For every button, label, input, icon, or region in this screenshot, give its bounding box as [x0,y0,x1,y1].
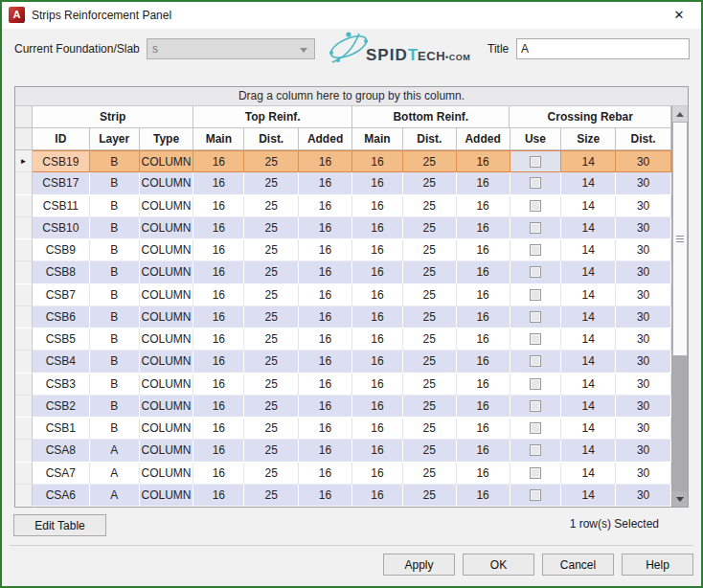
cell-bottom-main[interactable]: 16 [352,306,403,328]
cell-use-checked[interactable] [510,306,562,328]
cell-bottom-main[interactable]: 16 [352,172,403,194]
cell-id[interactable]: CSB10 [33,217,90,239]
title-input[interactable] [516,38,690,59]
row-gutter[interactable] [15,396,33,418]
cell-dist[interactable]: 30 [616,306,671,328]
table-row[interactable]: CSB1BCOLUMN1625161625161430 [15,418,671,440]
table-row[interactable]: CSB17BCOLUMN1625161625161430 [15,172,671,194]
row-gutter[interactable] [15,440,33,462]
cell-top-main[interactable]: 16 [193,351,244,373]
cell-type[interactable]: COLUMN [140,195,194,217]
cell-bottom-added[interactable]: 16 [457,195,510,217]
use-checkbox[interactable] [530,222,541,234]
cell-layer[interactable]: B [90,195,140,217]
cell-size[interactable]: 14 [561,485,616,507]
row-gutter[interactable] [15,284,33,306]
cell-bottom-dist[interactable]: 25 [403,418,457,440]
cell-dist[interactable]: 30 [616,150,671,172]
cell-dist[interactable]: 30 [616,485,671,507]
use-checkbox[interactable] [530,156,541,168]
cell-top-added[interactable]: 16 [299,239,352,261]
cell-dist[interactable]: 30 [616,195,671,217]
cell-size[interactable]: 14 [561,261,616,283]
cell-bottom-added[interactable]: 16 [457,328,510,351]
cell-top-added[interactable]: 16 [299,418,352,440]
cell-top-main[interactable]: 16 [193,239,244,261]
cell-bottom-dist[interactable]: 25 [403,351,457,373]
group-header-crossing-rebar[interactable]: Crossing Rebar [510,106,671,128]
table-row[interactable]: CSB9BCOLUMN1625161625161430 [15,239,671,261]
cell-size[interactable]: 14 [561,373,616,396]
cell-use-checked[interactable] [510,418,562,440]
column-header-bottom-main[interactable]: Main [352,128,403,150]
row-gutter[interactable]: ► [15,150,33,172]
column-header-dist[interactable]: Dist. [616,128,671,150]
cell-bottom-dist[interactable]: 25 [403,172,457,194]
cell-use-checked[interactable] [510,485,562,507]
cell-dist[interactable]: 30 [616,440,671,462]
cell-bottom-dist[interactable]: 25 [403,328,457,351]
cell-size[interactable]: 14 [561,351,616,373]
cell-type[interactable]: COLUMN [140,440,194,462]
column-header-type[interactable]: Type [140,128,194,150]
cell-top-added[interactable]: 16 [299,373,352,396]
table-row[interactable]: CSB8BCOLUMN1625161625161430 [15,261,671,283]
cell-top-main[interactable]: 16 [193,463,244,485]
cell-layer[interactable]: B [90,328,140,351]
cell-top-main[interactable]: 16 [193,195,244,217]
cell-bottom-added[interactable]: 16 [457,485,510,507]
cell-bottom-main[interactable]: 16 [352,328,403,351]
cell-size[interactable]: 14 [561,328,616,351]
cell-use-checked[interactable] [510,195,562,217]
cell-use-checked[interactable] [510,150,562,172]
use-checkbox[interactable] [530,489,541,501]
cell-size[interactable]: 14 [561,306,616,328]
cell-layer[interactable]: B [90,150,140,172]
cell-top-main[interactable]: 16 [193,217,244,239]
cell-type[interactable]: COLUMN [140,351,194,373]
cell-top-added[interactable]: 16 [299,306,352,328]
cell-bottom-main[interactable]: 16 [352,150,403,172]
cell-type[interactable]: COLUMN [140,150,194,172]
cell-id[interactable]: CSB17 [33,172,90,194]
cell-top-dist[interactable]: 25 [244,418,299,440]
cell-bottom-dist[interactable]: 25 [403,463,457,485]
cancel-button[interactable]: Cancel [542,554,614,576]
cell-layer[interactable]: B [90,217,140,239]
cell-layer[interactable]: B [90,172,140,194]
cell-id[interactable]: CSB1 [33,418,90,440]
cell-bottom-dist[interactable]: 25 [403,396,457,418]
cell-bottom-added[interactable]: 16 [457,351,510,373]
cell-id[interactable]: CSB7 [33,284,90,306]
cell-bottom-main[interactable]: 16 [352,373,403,396]
table-row[interactable]: CSB11BCOLUMN1625161625161430 [15,195,671,217]
cell-top-main[interactable]: 16 [193,396,244,418]
cell-bottom-added[interactable]: 16 [457,217,510,239]
table-row[interactable]: ►CSB19BCOLUMN1625161625161430 [15,150,671,172]
cell-bottom-added[interactable]: 16 [457,306,510,328]
use-checkbox[interactable] [530,444,541,456]
cell-id[interactable]: CSB8 [33,261,90,283]
use-checkbox[interactable] [530,244,541,256]
cell-top-dist[interactable]: 25 [244,463,299,485]
cell-layer[interactable]: A [90,485,140,507]
cell-use-checked[interactable] [510,261,562,283]
cell-top-dist[interactable]: 25 [244,150,299,172]
column-header-top-dist[interactable]: Dist. [244,128,299,150]
cell-type[interactable]: COLUMN [140,217,194,239]
cell-layer[interactable]: B [90,418,140,440]
cell-layer[interactable]: B [90,284,140,306]
cell-bottom-added[interactable]: 16 [457,418,510,440]
use-checkbox[interactable] [530,333,541,345]
cell-id[interactable]: CSB2 [33,396,90,418]
cell-top-added[interactable]: 16 [299,284,352,306]
foundation-slab-select[interactable]: s [147,38,315,59]
help-button[interactable]: Help [622,554,693,576]
cell-top-main[interactable]: 16 [193,418,244,440]
cell-top-main[interactable]: 16 [193,306,244,328]
table-row[interactable]: CSA6ACOLUMN1625161625161430 [15,485,671,507]
cell-bottom-added[interactable]: 16 [457,284,510,306]
cell-id[interactable]: CSB4 [33,351,90,373]
row-gutter[interactable] [15,172,33,194]
cell-layer[interactable]: B [90,396,140,418]
